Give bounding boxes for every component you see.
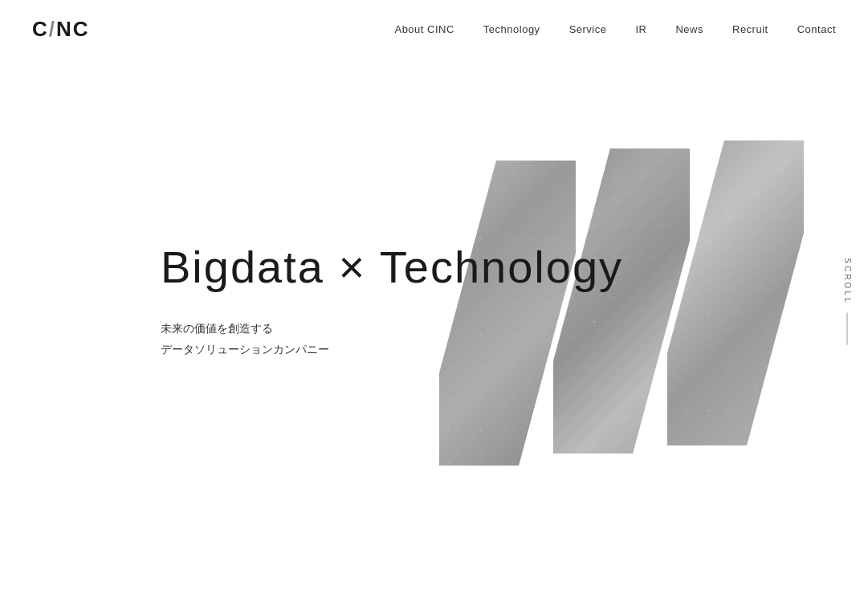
scroll-line [847, 312, 848, 344]
scroll-indicator-wrapper: SCROLL [839, 0, 855, 602]
scroll-label: SCROLL [843, 258, 852, 304]
nav-item-contact[interactable]: Contact [797, 23, 836, 35]
nav-item-ir[interactable]: IR [635, 23, 646, 35]
nav-item-about[interactable]: About CINC [394, 23, 454, 35]
hero-content: Bigdata × Technology 未来の価値を創造する データソリューシ… [161, 242, 623, 360]
nav-item-news[interactable]: News [675, 23, 703, 35]
logo-text: C/NC [32, 17, 90, 41]
header: C/NC About CINC Technology Service IR Ne… [0, 0, 868, 58]
hero-title: Bigdata × Technology [161, 242, 623, 292]
nav-item-service[interactable]: Service [569, 23, 607, 35]
nav-item-recruit[interactable]: Recruit [732, 23, 768, 35]
scroll-indicator: SCROLL [843, 258, 852, 344]
logo-slash: / [49, 17, 56, 41]
main-nav: About CINC Technology Service IR News Re… [394, 23, 836, 35]
logo[interactable]: C/NC [32, 17, 90, 42]
hero-subtitle-line2: データソリューションカンパニー [161, 339, 623, 360]
hero-section: Bigdata × Technology 未来の価値を創造する データソリューシ… [0, 0, 868, 602]
hero-subtitle: 未来の価値を創造する データソリューションカンパニー [161, 317, 623, 360]
hero-subtitle-line1: 未来の価値を創造する [161, 317, 623, 339]
nav-item-technology[interactable]: Technology [483, 23, 540, 35]
